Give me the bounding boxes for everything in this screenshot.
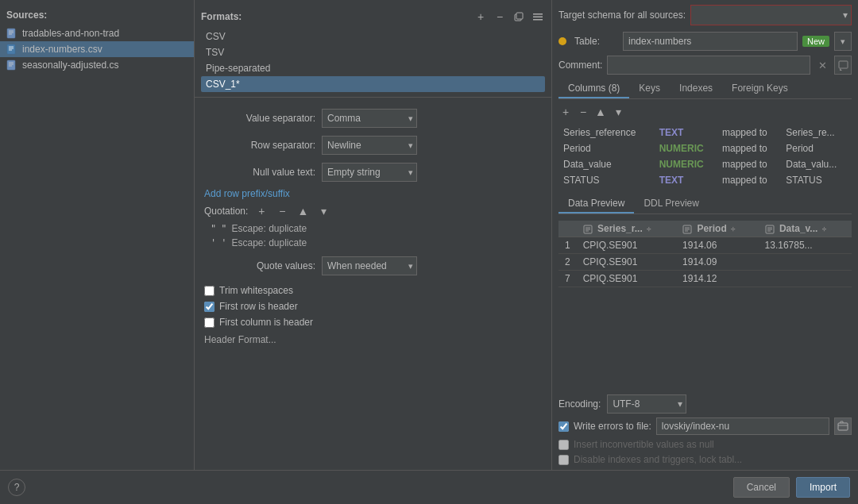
down-quotation-button[interactable]: ▾: [316, 204, 330, 218]
tab-data-preview[interactable]: Data Preview: [558, 194, 634, 214]
null-value-select[interactable]: Empty string NULL \N: [322, 163, 417, 182]
tab-ddl-preview[interactable]: DDL Preview: [634, 194, 709, 214]
row-separator-select[interactable]: Newline CR CRLF: [322, 136, 417, 155]
trim-whitespaces-row[interactable]: Trim whitespaces: [204, 285, 542, 296]
format-csv[interactable]: CSV: [201, 29, 545, 44]
column-row-datavalue: Data_value NUMERIC mapped to Data_valu..…: [558, 156, 852, 172]
col-target-period: Period: [781, 140, 852, 156]
comment-input[interactable]: [607, 56, 810, 75]
preview-table: Series_r... ÷ Period ÷: [558, 221, 852, 287]
help-button[interactable]: ?: [8, 479, 25, 496]
options-area: Value separator: Comma Semicolon Tab Pip…: [195, 102, 551, 188]
tab-foreign-keys[interactable]: Foreign Keys: [722, 79, 798, 98]
tab-keys[interactable]: Keys: [629, 79, 670, 98]
tab-indexes[interactable]: Indexes: [670, 79, 722, 98]
checkboxes-area: Trim whitespaces First row is header Fir…: [195, 282, 551, 331]
schema-select[interactable]: [690, 5, 852, 25]
source-name-tradables: tradables-and-non-trad: [22, 28, 119, 39]
row-period-2: 1914.09: [676, 254, 758, 271]
row-data-2: [759, 254, 852, 271]
first-row-header-checkbox[interactable]: [204, 302, 214, 312]
truncated-format-label: Header Format...: [195, 331, 551, 348]
up-quotation-button[interactable]: ▲: [296, 204, 310, 218]
table-dropdown-button[interactable]: ▾: [834, 32, 852, 51]
col-name-datavalue: Data_value: [558, 156, 655, 172]
columns-tabs-bar: Columns (8) Keys Indexes Foreign Keys: [558, 79, 852, 99]
quotation-row-2: ' ' Escape: duplicate: [204, 236, 542, 250]
first-row-header-row[interactable]: First row is header: [204, 301, 542, 312]
row-period-1: 1914.06: [676, 237, 758, 254]
comment-clear-button[interactable]: ✕: [815, 56, 829, 75]
insert-inconvertible-row[interactable]: Insert inconvertible values as null: [558, 439, 852, 450]
more-format-button[interactable]: [531, 10, 545, 24]
remove-format-button[interactable]: −: [493, 10, 507, 24]
add-quotation-button[interactable]: +: [254, 204, 269, 218]
first-col-header-checkbox[interactable]: [204, 317, 214, 328]
disable-indexes-checkbox[interactable]: [558, 455, 569, 465]
remove-quotation-button[interactable]: −: [275, 204, 289, 218]
column-row-period: Period NUMERIC mapped to Period: [558, 140, 852, 156]
browse-button[interactable]: [834, 417, 852, 435]
source-item-index[interactable]: index-numbers.csv: [0, 41, 194, 57]
schema-label: Target schema for all sources:: [558, 10, 686, 21]
preview-data-row-1: 1 CPIQ.SE901 1914.06 13.16785...: [558, 237, 852, 254]
sources-title: Sources:: [0, 6, 194, 25]
import-button[interactable]: Import: [796, 477, 850, 498]
down-column-button[interactable]: ▾: [611, 105, 625, 119]
column-row-series: Series_reference TEXT mapped to Series_r…: [558, 125, 852, 140]
remove-column-button[interactable]: −: [576, 105, 590, 119]
col-target-series: Series_re...: [781, 125, 852, 140]
col-name-status: STATUS: [558, 172, 655, 188]
trim-whitespaces-checkbox[interactable]: [204, 286, 214, 296]
table-name-input[interactable]: [623, 32, 798, 51]
format-tsv[interactable]: TSV: [201, 44, 545, 60]
svg-rect-17: [839, 61, 848, 68]
svg-rect-4: [7, 44, 15, 54]
disable-indexes-row[interactable]: Disable indexes and triggers, lock tabl.…: [558, 454, 852, 465]
value-separator-wrapper: Comma Semicolon Tab Pipe: [322, 109, 417, 128]
col-mapped-status: mapped to: [717, 172, 781, 188]
copy-format-button[interactable]: [512, 10, 526, 24]
row-num-7: 7: [558, 271, 577, 287]
footer-left: ?: [8, 479, 25, 496]
source-item-tradables[interactable]: tradables-and-non-trad: [0, 25, 194, 41]
source-name-seasonal: seasonally-adjusted.cs: [22, 60, 118, 71]
format-csv1[interactable]: CSV_1*: [201, 76, 545, 92]
null-value-wrapper: Empty string NULL \N: [322, 163, 417, 182]
encoding-select[interactable]: UTF-8 UTF-16 ISO-8859-1: [607, 394, 686, 414]
row-num-2: 2: [558, 254, 577, 271]
insert-inconvertible-checkbox[interactable]: [558, 440, 569, 450]
comment-icon-button[interactable]: [834, 56, 852, 75]
row-separator-label: Row separator:: [204, 140, 315, 151]
file-path-input[interactable]: [656, 417, 829, 435]
encoding-select-wrapper: UTF-8 UTF-16 ISO-8859-1: [607, 394, 686, 414]
quote-values-select[interactable]: When needed Always Never: [322, 256, 417, 275]
value-separator-select[interactable]: Comma Semicolon Tab Pipe: [322, 109, 417, 128]
row-series-2: CPIQ.SE901: [577, 254, 676, 271]
row-series-1: CPIQ.SE901: [577, 237, 676, 254]
bottom-area: Encoding: UTF-8 UTF-16 ISO-8859-1 Write …: [558, 394, 852, 465]
write-errors-checkbox[interactable]: [558, 421, 569, 432]
first-col-header-row[interactable]: First column is header: [204, 317, 542, 328]
up-column-button[interactable]: ▲: [593, 105, 608, 119]
column-row-status: STATUS TEXT mapped to STATUS: [558, 172, 852, 188]
add-row-prefix-link[interactable]: Add row prefix/suffix: [204, 188, 290, 199]
null-value-label: Null value text:: [204, 167, 315, 178]
quotation-header: Quotation: + − ▲ ▾: [204, 204, 542, 218]
main-content: Sources: tradables-and-non-trad index-n: [0, 0, 858, 470]
encoding-label: Encoding:: [558, 398, 601, 410]
null-value-row: Null value text: Empty string NULL \N: [204, 163, 542, 182]
tab-columns[interactable]: Columns (8): [558, 79, 629, 98]
format-pipe[interactable]: Pipe-separated: [201, 60, 545, 76]
preview-col-num: [558, 221, 577, 237]
source-item-seasonal[interactable]: seasonally-adjusted.cs: [0, 57, 194, 73]
svg-rect-14: [533, 13, 543, 15]
file-icon-seasonal: [6, 60, 17, 71]
cancel-button[interactable]: Cancel: [733, 477, 790, 498]
value-separator-label: Value separator:: [204, 113, 315, 124]
col-type-datavalue: NUMERIC: [659, 159, 704, 170]
col-type-status: TEXT: [659, 175, 684, 186]
add-format-button[interactable]: +: [473, 10, 488, 24]
escape-label-2: Escape: duplicate: [231, 237, 307, 248]
add-column-button[interactable]: +: [558, 105, 573, 119]
